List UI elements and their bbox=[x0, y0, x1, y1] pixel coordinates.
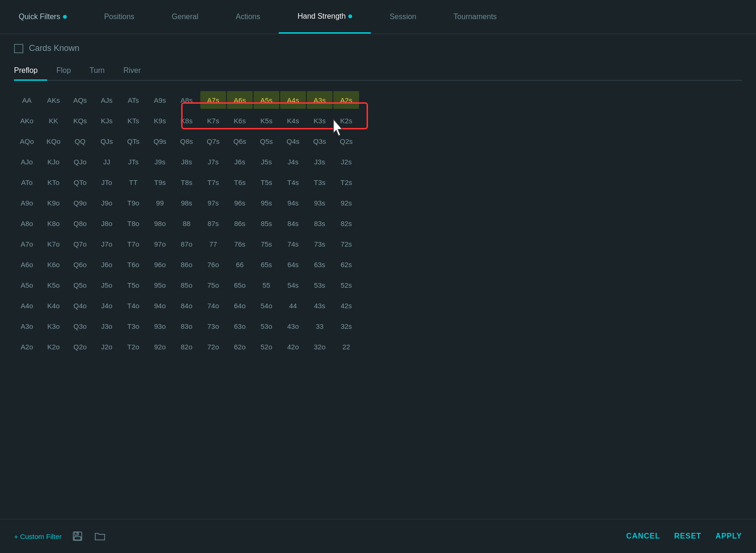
hand-cell[interactable]: T2o bbox=[120, 338, 146, 355]
hand-cell[interactable]: A7s bbox=[200, 91, 226, 109]
hand-cell[interactable]: A4o bbox=[14, 297, 40, 314]
hand-cell[interactable]: J4o bbox=[94, 297, 120, 314]
hand-cell[interactable]: K5s bbox=[254, 112, 279, 129]
hand-cell[interactable]: AKo bbox=[14, 112, 40, 129]
hand-cell[interactable]: A8s bbox=[174, 91, 199, 109]
hand-cell[interactable]: 44 bbox=[280, 297, 306, 314]
nav-session[interactable]: Session bbox=[371, 0, 435, 34]
hand-cell[interactable]: 62s bbox=[333, 255, 359, 273]
hand-cell[interactable]: KJs bbox=[94, 112, 120, 129]
apply-button[interactable]: APPLY bbox=[715, 532, 742, 540]
hand-cell[interactable]: 72s bbox=[333, 235, 359, 253]
tab-flop[interactable]: Flop bbox=[57, 63, 80, 81]
hand-cell[interactable]: 42s bbox=[333, 297, 359, 314]
hand-cell[interactable]: K7s bbox=[200, 112, 226, 129]
hand-cell[interactable]: J3s bbox=[307, 153, 332, 170]
hand-cell[interactable]: 77 bbox=[200, 235, 226, 253]
hand-cell[interactable]: 63o bbox=[227, 317, 253, 335]
hand-cell[interactable]: 82s bbox=[333, 214, 359, 232]
reset-button[interactable]: RESET bbox=[674, 532, 701, 540]
hand-cell[interactable]: A5o bbox=[14, 276, 40, 294]
hand-cell[interactable]: T4s bbox=[280, 173, 306, 191]
hand-cell[interactable]: Q9s bbox=[147, 132, 173, 150]
hand-cell[interactable]: 63s bbox=[307, 255, 332, 273]
hand-cell[interactable]: 83o bbox=[174, 317, 199, 335]
hand-cell[interactable]: K6s bbox=[227, 112, 253, 129]
hand-cell[interactable]: 97o bbox=[147, 235, 173, 253]
hand-cell[interactable]: Q4o bbox=[67, 297, 93, 314]
hand-cell[interactable]: Q3o bbox=[67, 317, 93, 335]
hand-cell[interactable]: 76s bbox=[227, 235, 253, 253]
hand-cell[interactable]: 93s bbox=[307, 194, 332, 212]
hand-cell[interactable]: A6s bbox=[227, 91, 253, 109]
hand-cell[interactable]: 65s bbox=[254, 255, 279, 273]
hand-cell[interactable]: 74o bbox=[200, 297, 226, 314]
hand-cell[interactable]: A3o bbox=[14, 317, 40, 335]
hand-cell[interactable]: 43s bbox=[307, 297, 332, 314]
hand-cell[interactable]: A6o bbox=[14, 255, 40, 273]
hand-cell[interactable]: 95s bbox=[254, 194, 279, 212]
hand-cell[interactable]: 72o bbox=[200, 338, 226, 355]
cancel-button[interactable]: CANCEL bbox=[626, 532, 660, 540]
hand-cell[interactable]: A7o bbox=[14, 235, 40, 253]
save-filter-button[interactable] bbox=[71, 530, 84, 543]
hand-cell[interactable]: 54s bbox=[280, 276, 306, 294]
hand-cell[interactable]: T3o bbox=[120, 317, 146, 335]
hand-cell[interactable]: 85s bbox=[254, 214, 279, 232]
hand-cell[interactable]: K4o bbox=[41, 297, 66, 314]
hand-cell[interactable]: 85o bbox=[174, 276, 199, 294]
hand-cell[interactable]: AQo bbox=[14, 132, 40, 150]
hand-cell[interactable]: 96o bbox=[147, 255, 173, 273]
hand-cell[interactable]: 95o bbox=[147, 276, 173, 294]
hand-cell[interactable]: KTo bbox=[41, 173, 66, 191]
hand-cell[interactable]: 88 bbox=[174, 214, 199, 232]
hand-cell[interactable]: K3s bbox=[307, 112, 332, 129]
hand-cell[interactable]: 84s bbox=[280, 214, 306, 232]
hand-cell[interactable]: 53s bbox=[307, 276, 332, 294]
hand-cell[interactable]: A9o bbox=[14, 194, 40, 212]
hand-cell[interactable]: 64s bbox=[280, 255, 306, 273]
hand-cell[interactable]: T8s bbox=[174, 173, 199, 191]
hand-cell[interactable]: 55 bbox=[254, 276, 279, 294]
hand-cell[interactable]: Q4s bbox=[280, 132, 306, 150]
hand-cell[interactable]: 94o bbox=[147, 297, 173, 314]
hand-cell[interactable]: 75o bbox=[200, 276, 226, 294]
hand-cell[interactable]: J5s bbox=[254, 153, 279, 170]
hand-cell[interactable]: 82o bbox=[174, 338, 199, 355]
hand-cell[interactable]: TT bbox=[120, 173, 146, 191]
hand-cell[interactable]: 32o bbox=[307, 338, 332, 355]
hand-cell[interactable]: T5s bbox=[254, 173, 279, 191]
hand-cell[interactable]: 52s bbox=[333, 276, 359, 294]
hand-cell[interactable]: T6s bbox=[227, 173, 253, 191]
hand-cell[interactable]: K2s bbox=[333, 112, 359, 129]
hand-cell[interactable]: A2s bbox=[333, 91, 359, 109]
hand-cell[interactable]: AA bbox=[14, 91, 40, 109]
hand-cell[interactable]: J4s bbox=[280, 153, 306, 170]
hand-cell[interactable]: AKs bbox=[41, 91, 66, 109]
hand-cell[interactable]: J6s bbox=[227, 153, 253, 170]
hand-cell[interactable]: 65o bbox=[227, 276, 253, 294]
hand-cell[interactable]: T9s bbox=[147, 173, 173, 191]
hand-cell[interactable]: 75s bbox=[254, 235, 279, 253]
hand-cell[interactable]: KQs bbox=[67, 112, 93, 129]
hand-cell[interactable]: T5o bbox=[120, 276, 146, 294]
hand-cell[interactable]: K9s bbox=[147, 112, 173, 129]
hand-cell[interactable]: J8o bbox=[94, 214, 120, 232]
hand-cell[interactable]: AJo bbox=[14, 153, 40, 170]
hand-cell[interactable]: K9o bbox=[41, 194, 66, 212]
hand-cell[interactable]: Q6s bbox=[227, 132, 253, 150]
cards-known-checkbox[interactable] bbox=[14, 44, 23, 53]
hand-cell[interactable]: K7o bbox=[41, 235, 66, 253]
hand-cell[interactable]: 43o bbox=[280, 317, 306, 335]
hand-cell[interactable]: 98s bbox=[174, 194, 199, 212]
hand-cell[interactable]: J5o bbox=[94, 276, 120, 294]
hand-cell[interactable]: T6o bbox=[120, 255, 146, 273]
hand-cell[interactable]: K4s bbox=[280, 112, 306, 129]
hand-cell[interactable]: 99 bbox=[147, 194, 173, 212]
hand-cell[interactable]: 83s bbox=[307, 214, 332, 232]
hand-cell[interactable]: QTo bbox=[67, 173, 93, 191]
hand-cell[interactable]: A2o bbox=[14, 338, 40, 355]
hand-cell[interactable]: JTo bbox=[94, 173, 120, 191]
hand-cell[interactable]: J2s bbox=[333, 153, 359, 170]
hand-cell[interactable]: K8o bbox=[41, 214, 66, 232]
